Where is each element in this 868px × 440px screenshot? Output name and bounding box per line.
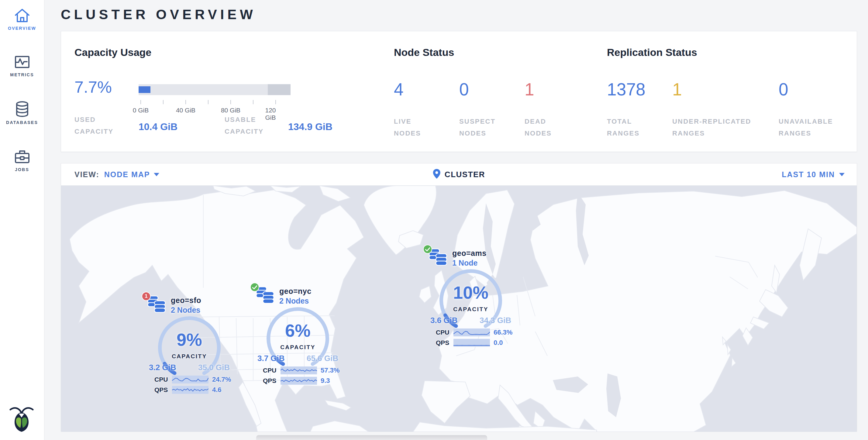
capacity-percent: 10% (424, 282, 518, 303)
sidebar: OVERVIEW METRICS DATABASES (0, 0, 44, 440)
total-ranges-value: 1378 (607, 79, 646, 99)
sidebar-item-label: OVERVIEW (8, 26, 36, 31)
capacity-axis-labels: 0 GiB 40 GiB 80 GiB 120 GiB (138, 107, 297, 115)
qps-sparkline (281, 377, 317, 385)
sidebar-item-label: METRICS (10, 72, 34, 77)
page-title: CLUSTER OVERVIEW (61, 7, 256, 23)
node-map-panel: VIEW: NODE MAP CLUSTER LAST 10 MIN (61, 163, 857, 432)
chevron-down-icon (839, 173, 845, 176)
cpu-sparkline (454, 328, 490, 336)
next-panel-shadow (256, 435, 487, 440)
cpu-label: CPU (263, 367, 281, 374)
cpu-sparkline (172, 376, 209, 383)
locality-name: geo=nyc (279, 287, 312, 296)
sidebar-item-label: JOBS (15, 167, 29, 172)
live-nodes-label: LIVE NODES (394, 116, 439, 139)
qps-label: QPS (263, 377, 281, 384)
capacity-used: 3.2 GiB (149, 363, 176, 372)
total-ranges-label: TOTAL RANGES (607, 116, 653, 139)
capacity-bar-fill (138, 86, 150, 93)
capacity-label: CAPACITY (424, 306, 518, 313)
sidebar-item-overview[interactable]: OVERVIEW (0, 8, 44, 31)
location-pin-icon (433, 169, 441, 180)
time-range-dropdown[interactable]: LAST 10 MIN (782, 163, 845, 185)
cockroachdb-logo (8, 405, 35, 434)
cpu-sparkline (281, 367, 317, 374)
locality-marker-sfo[interactable]: 1 geo=sfo 2 Nodes (142, 293, 237, 397)
sidebar-item-databases[interactable]: DATABASES (0, 101, 44, 125)
chevron-down-icon (154, 173, 159, 176)
qps-value: 4.6 (212, 386, 222, 394)
suspect-nodes-label: SUSPECT NODES (459, 116, 505, 139)
capacity-bar (138, 84, 290, 95)
locality-name: geo=ams (452, 249, 487, 258)
breadcrumb-cluster[interactable]: CLUSTER (445, 170, 485, 179)
dead-nodes-label: DEAD NODES (525, 116, 570, 139)
qps-value: 9.3 (321, 377, 330, 385)
metrics-icon (14, 54, 31, 70)
cluster-overview-page: OVERVIEW METRICS DATABASES (0, 0, 868, 440)
locality-marker-ams[interactable]: geo=ams 1 Node 10% CAPACITY 3.6 GiB 34.3… (424, 246, 518, 350)
suspect-nodes-value: 0 (459, 79, 469, 99)
capacity-total: 34.3 GiB (479, 316, 511, 325)
capacity-total: 65.6 GiB (307, 354, 338, 363)
qps-sparkline (454, 339, 490, 347)
healthy-badge (423, 245, 432, 254)
qps-value: 0.0 (494, 339, 503, 347)
cpu-label: CPU (436, 329, 454, 336)
usable-capacity-value: 134.9 GiB (288, 121, 333, 132)
check-icon (425, 247, 430, 251)
qps-sparkline (172, 386, 209, 394)
map-toolbar: VIEW: NODE MAP CLUSTER LAST 10 MIN (61, 163, 857, 186)
view-dropdown[interactable]: NODE MAP (104, 170, 159, 179)
qps-label: QPS (436, 339, 454, 346)
capacity-label: CAPACITY (142, 353, 237, 360)
locality-marker-nyc[interactable]: geo=nyc 2 Nodes 6% CAPACITY 3.7 GiB 65.6… (251, 284, 345, 388)
cpu-label: CPU (154, 376, 172, 383)
capacity-used-percent: 7.7% (74, 77, 112, 96)
cpu-value: 24.7% (212, 376, 231, 383)
sidebar-item-label: DATABASES (6, 120, 38, 125)
cpu-value: 66.3% (494, 328, 513, 336)
capacity-used: 3.6 GiB (430, 316, 458, 325)
unavailable-ranges-label: UNAVAILABLE RANGES (779, 116, 845, 139)
view-label: VIEW: (74, 170, 99, 179)
used-capacity-label: USED CAPACITY (74, 114, 126, 137)
cluster-summary-panel: Capacity Usage 7.7% 0 GiB 40 GiB 80 GiB … (61, 31, 857, 152)
dead-nodes-value: 1 (525, 79, 534, 99)
sidebar-item-jobs[interactable]: JOBS (0, 149, 44, 172)
under-replicated-ranges-value: 1 (672, 79, 682, 99)
capacity-percent: 9% (142, 329, 237, 350)
briefcase-icon (14, 149, 31, 164)
home-icon (14, 8, 31, 23)
usable-capacity-label: USABLE CAPACITY (225, 114, 276, 137)
used-capacity-value: 10.4 GiB (138, 121, 178, 132)
sidebar-item-metrics[interactable]: METRICS (0, 54, 44, 77)
under-replicated-ranges-label: UNDER-REPLICATED RANGES (672, 116, 761, 139)
capacity-bar-reserved (268, 84, 290, 95)
capacity-used: 3.7 GiB (257, 354, 285, 363)
unavailable-ranges-value: 0 (779, 79, 788, 99)
world-map: 1 geo=sfo 2 Nodes (61, 186, 857, 432)
locality-name: geo=sfo (171, 296, 201, 305)
capacity-axis-ticks (138, 100, 290, 104)
cpu-value: 57.3% (321, 367, 339, 374)
capacity-percent: 6% (251, 320, 345, 341)
node-status-title: Node Status (394, 46, 454, 58)
check-icon (252, 285, 257, 289)
healthy-badge (250, 283, 259, 292)
capacity-label: CAPACITY (251, 344, 345, 351)
database-icon (14, 101, 31, 117)
capacity-total: 35.0 GiB (198, 363, 230, 372)
live-nodes-value: 4 (394, 79, 404, 99)
replication-status-title: Replication Status (607, 46, 697, 58)
capacity-usage-title: Capacity Usage (74, 46, 151, 58)
dead-node-badge: 1 (142, 292, 151, 301)
qps-label: QPS (154, 386, 172, 394)
